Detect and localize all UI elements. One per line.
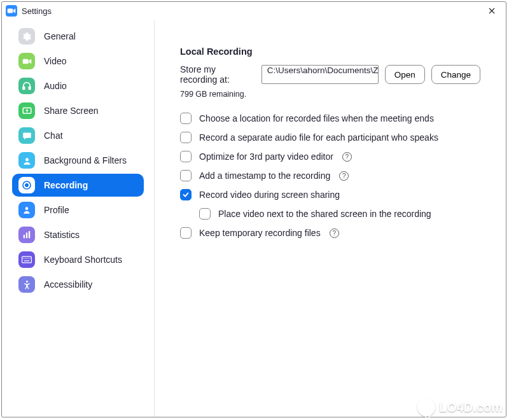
option-place-video-next[interactable]: Place video next to the shared screen in…: [199, 208, 480, 220]
option-label: Record video during screen sharing: [199, 190, 340, 200]
svg-rect-17: [29, 258, 30, 259]
svg-point-5: [25, 158, 29, 161]
recording-icon: [18, 177, 35, 193]
section-title: Local Recording: [180, 46, 480, 57]
sidebar: General Video Audio Share Screen: [2, 20, 155, 417]
sidebar-item-share-screen[interactable]: Share Screen: [12, 99, 144, 122]
sidebar-item-accessibility[interactable]: Accessibility: [12, 273, 144, 296]
svg-rect-10: [26, 233, 27, 239]
gear-icon: [18, 28, 35, 45]
sidebar-item-label: Recording: [44, 180, 88, 190]
option-choose-location[interactable]: Choose a location for recorded files whe…: [180, 113, 480, 124]
option-label: Choose a location for recorded files whe…: [199, 113, 434, 123]
svg-point-7: [25, 183, 28, 186]
svg-point-8: [25, 207, 29, 210]
sidebar-item-chat[interactable]: Chat: [12, 124, 144, 147]
share-screen-icon: [18, 102, 35, 119]
store-location-label: Store my recording at:: [180, 64, 255, 85]
svg-rect-14: [25, 258, 25, 259]
sidebar-item-audio[interactable]: Audio: [12, 74, 144, 97]
recording-path-input[interactable]: C:\Users\ahorn\Documents\Zoom: [261, 65, 379, 84]
headphones-icon: [18, 78, 35, 94]
option-label: Optimize for 3rd party video editor: [199, 151, 333, 162]
sidebar-item-label: Chat: [44, 130, 63, 141]
checkbox[interactable]: [180, 132, 192, 143]
store-location-row: Store my recording at: C:\Users\ahorn\Do…: [180, 64, 480, 85]
open-button[interactable]: Open: [385, 65, 425, 84]
change-button[interactable]: Change: [431, 65, 480, 84]
option-optimize-3rd-party[interactable]: Optimize for 3rd party video editor ?: [180, 151, 480, 162]
help-icon[interactable]: ?: [342, 152, 352, 162]
option-label: Add a timestamp to the recording: [199, 171, 330, 181]
option-record-during-sharing[interactable]: Record video during screen sharing: [180, 189, 480, 200]
checkbox[interactable]: [180, 189, 192, 200]
watermark-text: LO4D.com: [439, 400, 503, 415]
svg-rect-13: [23, 258, 24, 259]
svg-rect-2: [23, 87, 25, 89]
svg-rect-16: [28, 258, 29, 259]
background-filters-icon: [18, 152, 35, 169]
checkbox[interactable]: [180, 227, 192, 239]
sidebar-item-profile[interactable]: Profile: [12, 199, 144, 221]
remaining-space-label: 799 GB remaining.: [180, 90, 480, 99]
svg-rect-0: [8, 9, 13, 13]
help-icon[interactable]: ?: [339, 171, 349, 181]
statistics-icon: [18, 227, 35, 243]
checkbox[interactable]: [180, 151, 192, 162]
sidebar-item-label: Video: [44, 56, 67, 66]
window-title: Settings: [22, 6, 480, 16]
svg-rect-1: [22, 59, 28, 64]
checkbox[interactable]: [180, 170, 192, 181]
keyboard-icon: [18, 251, 35, 268]
sidebar-item-label: Profile: [44, 205, 69, 215]
svg-rect-18: [24, 260, 30, 261]
option-label: Place video next to the shared screen in…: [218, 209, 431, 219]
content-pane: Local Recording Store my recording at: C…: [155, 20, 506, 417]
globe-icon: [417, 398, 435, 416]
close-button[interactable]: [480, 3, 503, 19]
watermark: LO4D.com: [417, 398, 503, 416]
sidebar-item-background-filters[interactable]: Background & Filters: [12, 149, 144, 172]
sidebar-item-label: Accessibility: [44, 279, 92, 290]
svg-rect-11: [29, 231, 30, 238]
accessibility-icon: [18, 276, 35, 293]
sidebar-item-label: Background & Filters: [44, 155, 127, 165]
option-separate-audio[interactable]: Record a separate audio file for each pa…: [180, 132, 480, 143]
sidebar-item-general[interactable]: General: [12, 25, 144, 48]
svg-rect-12: [22, 256, 32, 263]
svg-rect-3: [29, 87, 31, 89]
sidebar-item-statistics[interactable]: Statistics: [12, 223, 144, 246]
svg-rect-9: [24, 235, 25, 238]
option-add-timestamp[interactable]: Add a timestamp to the recording ?: [180, 170, 480, 181]
svg-point-19: [25, 280, 27, 282]
sidebar-item-video[interactable]: Video: [12, 50, 144, 73]
sidebar-item-label: Share Screen: [44, 106, 99, 116]
sidebar-item-recording[interactable]: Recording: [12, 174, 144, 197]
sidebar-item-label: Audio: [44, 81, 67, 91]
profile-icon: [18, 202, 35, 218]
sidebar-item-label: Keyboard Shortcuts: [44, 255, 122, 265]
app-icon: [6, 5, 17, 17]
sidebar-item-label: Statistics: [44, 230, 80, 240]
sidebar-item-keyboard-shortcuts[interactable]: Keyboard Shortcuts: [12, 248, 144, 271]
checkbox[interactable]: [180, 113, 192, 124]
option-label: Record a separate audio file for each pa…: [199, 132, 438, 143]
settings-window: Settings General Video: [1, 1, 506, 417]
chat-icon: [18, 127, 35, 144]
option-label: Keep temporary recording files: [199, 228, 321, 238]
option-keep-temp-files[interactable]: Keep temporary recording files ?: [180, 227, 480, 239]
sidebar-item-label: General: [44, 31, 76, 41]
help-icon[interactable]: ?: [330, 228, 339, 238]
video-icon: [18, 53, 35, 69]
checkbox[interactable]: [199, 208, 211, 220]
titlebar: Settings: [2, 2, 506, 20]
svg-rect-15: [26, 258, 27, 259]
